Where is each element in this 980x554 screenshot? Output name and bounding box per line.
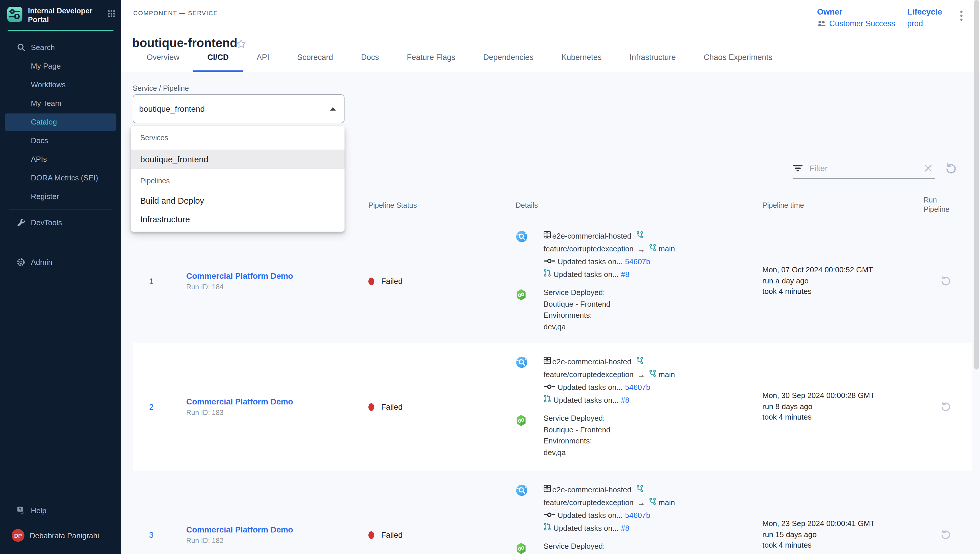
pipeline-name-link[interactable]: Commercial Platform Demo [186, 397, 349, 406]
refresh-icon[interactable] [944, 162, 958, 178]
tab-kubernetes[interactable]: Kubernetes [547, 42, 616, 72]
tab-label: Kubernetes [561, 53, 601, 61]
tab-docs[interactable]: Docs [347, 42, 393, 72]
pull-request-link[interactable]: #8 [621, 268, 629, 281]
status-text: Failed [381, 530, 403, 539]
commit-icon [544, 255, 555, 268]
run-pipeline-button[interactable] [939, 529, 952, 541]
people-icon [817, 21, 826, 27]
sidebar-item-catalog[interactable]: Catalog [5, 113, 116, 131]
vertical-scrollbar-thumb[interactable] [974, 0, 979, 369]
tab-overview[interactable]: Overview [133, 42, 194, 72]
no-icon [16, 99, 25, 108]
run-ago: run 15 days ago [762, 530, 920, 540]
more-options-kebab-icon[interactable] [958, 9, 965, 24]
tab-ci-cd[interactable]: CI/CD [194, 42, 243, 72]
deploy-line: Service Deployed: [544, 541, 757, 552]
app-title: Internal Developer Portal [28, 6, 102, 24]
no-icon [16, 61, 25, 71]
sidebar-item-devtools[interactable]: DevTools [5, 214, 116, 231]
svg-text:?: ? [19, 507, 21, 511]
clear-filter-icon[interactable] [924, 164, 932, 172]
commit-line: Updated tasks on...54607b [544, 255, 757, 268]
sidebar-item-label: DevTools [31, 218, 62, 227]
col-header-pipeline-status: Pipeline Status [349, 201, 506, 209]
pipeline-name-link[interactable]: Commercial Platform Demo [186, 525, 349, 534]
sidebar-item-my-page[interactable]: My Page [5, 57, 116, 75]
sidebar-item-label: My Team [31, 99, 61, 108]
service-pipeline-label: Service / Pipeline [133, 84, 189, 92]
commit-icon [544, 509, 555, 522]
run-ago: run 8 days ago [762, 401, 920, 412]
ci-stage-icon [515, 484, 528, 498]
run-ago: run a day ago [762, 276, 920, 287]
tab-api[interactable]: API [243, 42, 283, 72]
sidebar-item-dora-metrics-sei-[interactable]: DORA Metrics (SEI) [5, 169, 116, 186]
tab-feature-flags[interactable]: Feature Flags [393, 42, 469, 72]
git-branch-icon [649, 497, 656, 509]
run-pipeline-button[interactable] [939, 400, 952, 413]
run-pipeline-button[interactable] [939, 275, 952, 288]
sidebar-item-label: Admin [31, 258, 52, 266]
sidebar-item-docs[interactable]: Docs [5, 132, 116, 149]
lifecycle-block: Lifecycle prod [907, 7, 942, 28]
run-index: 2 [133, 343, 170, 471]
help-icon: ? [16, 506, 25, 515]
tab-chaos-experiments[interactable]: Chaos Experiments [690, 42, 786, 72]
pipeline-name-link[interactable]: Commercial Platform Demo [186, 271, 349, 280]
sidebar-item-search[interactable]: Search [5, 39, 116, 56]
repo-icon [544, 230, 551, 243]
service-pipeline-select[interactable]: boutique_frontend [133, 94, 345, 123]
tab-dependencies[interactable]: Dependencies [469, 42, 547, 72]
col-header-run-pipeline: Run Pipeline [920, 196, 954, 215]
dropdown-option-infrastructure[interactable]: Infrastructure [131, 210, 345, 229]
commit-icon [544, 381, 555, 394]
dropdown-option-boutique-frontend[interactable]: boutique_frontend [131, 150, 345, 169]
status-text: Failed [381, 277, 403, 285]
user-name: Debabrata Panigrahi [30, 531, 99, 540]
sidebar-nav: SearchMy PageWorkflowsMy TeamCatalogDocs… [0, 30, 121, 232]
commit-line: Updated tasks on...54607b [544, 381, 757, 394]
tab-label: Chaos Experiments [704, 53, 773, 61]
deploy-line: dev,qa [544, 321, 757, 332]
run-duration: took 4 minutes [762, 412, 920, 423]
sidebar-item-label: Workflows [31, 80, 65, 89]
apps-grid-icon[interactable] [108, 6, 115, 20]
sidebar-item-label: My Page [31, 62, 61, 70]
no-icon [16, 136, 25, 145]
sidebar-item-help[interactable]: ? Help [5, 501, 116, 519]
sidebar-item-label: Help [31, 506, 46, 515]
user-menu[interactable]: DP Debabrata Panigrahi [0, 524, 121, 547]
commit-link[interactable]: 54607b [625, 255, 650, 268]
sidebar-item-workflows[interactable]: Workflows [5, 76, 116, 93]
git-branch-icon [636, 355, 644, 368]
tab-scorecard[interactable]: Scorecard [283, 42, 347, 72]
sidebar-item-register[interactable]: Register [5, 188, 116, 205]
tab-label: CI/CD [207, 53, 229, 61]
pull-request-link[interactable]: #8 [621, 522, 629, 535]
pull-request-link[interactable]: #8 [621, 394, 629, 407]
arrow-right-icon: → [637, 368, 645, 381]
sidebar-item-admin[interactable]: Admin [5, 253, 116, 271]
filter-input[interactable] [808, 163, 918, 174]
pipeline-time: Mon, 23 Sep 2024 00:00:41 GMTrun 15 days… [757, 471, 920, 554]
service-pipeline-dropdown: Servicesboutique_frontendPipelinesBuild … [131, 126, 345, 232]
run-id: Run ID: 182 [186, 536, 349, 545]
tab-infrastructure[interactable]: Infrastructure [616, 42, 690, 72]
pull-request-line: Updated tasks on...#8 [544, 522, 757, 535]
sidebar-item-apis[interactable]: APIs [5, 150, 116, 168]
pull-request-line: Updated tasks on...#8 [544, 268, 757, 281]
commit-link[interactable]: 54607b [625, 509, 650, 522]
run-duration: took 4 minutes [762, 540, 920, 551]
sidebar-item-my-team[interactable]: My Team [5, 95, 116, 112]
cicd-panel: Service / Pipeline boutique_frontend Ser… [121, 72, 980, 554]
run-duration: took 4 minutes [762, 287, 920, 298]
selected-service: boutique_frontend [139, 104, 205, 113]
dropdown-option-build-and-deploy[interactable]: Build and Deploy [131, 191, 345, 210]
cd-stage-icon [515, 414, 527, 428]
sidebar-item-label: Catalog [31, 118, 57, 126]
tab-label: Infrastructure [630, 53, 676, 61]
commit-link[interactable]: 54607b [625, 381, 650, 394]
run-date: Mon, 30 Sep 2024 00:00:28 GMT [762, 391, 920, 401]
owner-link[interactable]: Customer Success [829, 19, 895, 28]
